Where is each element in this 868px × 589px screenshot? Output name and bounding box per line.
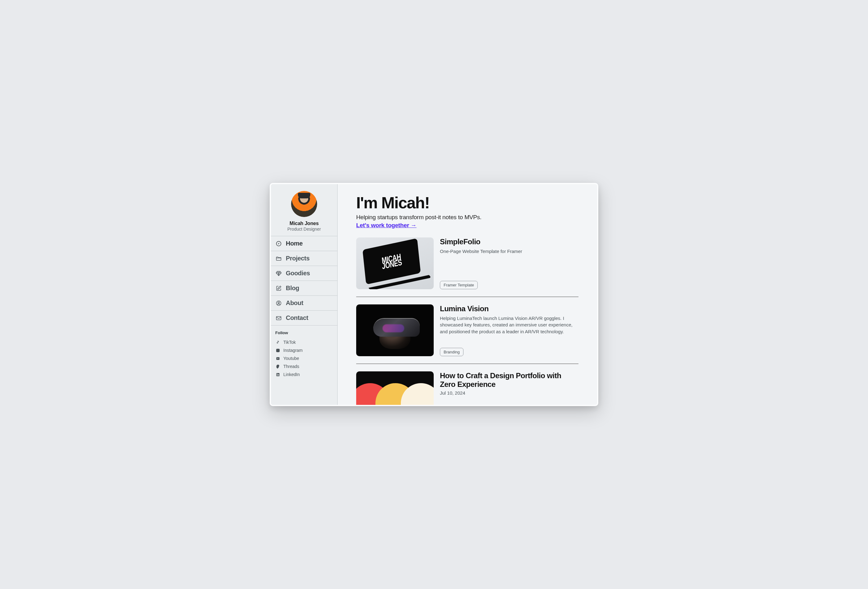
social-threads[interactable]: Threads <box>275 362 333 371</box>
card-thumbnail <box>356 304 434 356</box>
nav-item-about[interactable]: About <box>271 296 337 311</box>
svg-marker-2 <box>278 243 280 244</box>
nav-item-projects[interactable]: Projects <box>271 251 337 266</box>
card-description: One-Page Website Template for Framer <box>440 248 579 255</box>
mail-icon <box>275 314 282 322</box>
nav-label: Blog <box>286 285 299 292</box>
nav-label: About <box>286 300 303 307</box>
app-window: Micah Jones Product Designer Home Projec… <box>270 183 598 406</box>
tiktok-icon <box>275 340 280 345</box>
nav-label: Contact <box>286 314 308 322</box>
social-list: TikTok Instagram Youtube <box>275 338 333 378</box>
svg-rect-10 <box>277 374 278 375</box>
nav-label: Home <box>286 240 303 247</box>
card-description: Helping LuminaTech launch Lumina Vision … <box>440 315 579 335</box>
follow-section: Follow TikTok Instagram <box>271 326 337 385</box>
card-date: Jul 10, 2024 <box>440 390 579 396</box>
divider <box>356 297 579 297</box>
card-portfolio-article[interactable]: How to Craft a Design Portfolio with Zer… <box>356 371 579 405</box>
youtube-icon <box>275 356 280 361</box>
profile-section: Micah Jones Product Designer <box>271 184 337 236</box>
hero-title: I'm Micah! <box>356 195 579 211</box>
social-youtube[interactable]: Youtube <box>275 354 333 362</box>
card-thumbnail: MICAH JONES <box>356 238 434 289</box>
compass-icon <box>275 240 282 247</box>
avatar[interactable] <box>291 191 317 217</box>
social-label: Threads <box>283 364 299 369</box>
social-instagram[interactable]: Instagram <box>275 346 333 354</box>
folder-icon <box>275 255 282 262</box>
card-title: SimpleFolio <box>440 238 579 246</box>
nav-item-home[interactable]: Home <box>271 236 337 251</box>
follow-heading: Follow <box>275 331 333 335</box>
user-icon <box>275 300 282 307</box>
social-tiktok[interactable]: TikTok <box>275 338 333 346</box>
svg-rect-5 <box>276 316 281 320</box>
nav-label: Projects <box>286 255 310 262</box>
hero-subtitle: Helping startups transform post-it notes… <box>356 214 579 221</box>
card-body: How to Craft a Design Portfolio with Zer… <box>440 371 579 405</box>
svg-point-11 <box>277 373 278 374</box>
card-title: How to Craft a Design Portfolio with Zer… <box>440 371 579 388</box>
instagram-icon <box>275 348 280 353</box>
profile-role: Product Designer <box>275 227 334 232</box>
svg-point-4 <box>278 302 280 303</box>
social-label: LinkedIn <box>283 372 300 377</box>
social-label: Youtube <box>283 356 299 361</box>
feed: MICAH JONES SimpleFolio One-Page Website… <box>356 238 579 405</box>
nav-item-goodies[interactable]: Goodies <box>271 266 337 281</box>
social-linkedin[interactable]: LinkedIn <box>275 371 333 378</box>
profile-name: Micah Jones <box>275 221 334 226</box>
card-body: SimpleFolio One-Page Website Template fo… <box>440 238 579 289</box>
diamond-icon <box>275 270 282 277</box>
card-tag: Branding <box>440 348 464 356</box>
card-lumina[interactable]: Lumina Vision Helping LuminaTech launch … <box>356 304 579 364</box>
card-body: Lumina Vision Helping LuminaTech launch … <box>440 304 579 356</box>
svg-point-7 <box>277 350 278 351</box>
nav-item-blog[interactable]: Blog <box>271 281 337 296</box>
primary-nav: Home Projects Goodies Blog <box>271 236 337 326</box>
hero-cta-link[interactable]: Let's work together → <box>356 222 417 229</box>
social-label: TikTok <box>283 340 296 345</box>
sidebar: Micah Jones Product Designer Home Projec… <box>271 184 338 405</box>
card-tag: Framer Template <box>440 281 478 289</box>
card-simplefolio[interactable]: MICAH JONES SimpleFolio One-Page Website… <box>356 238 579 297</box>
card-title: Lumina Vision <box>440 304 579 313</box>
social-label: Instagram <box>283 348 303 353</box>
card-thumbnail <box>356 371 434 405</box>
nav-label: Goodies <box>286 270 310 277</box>
main-content: I'm Micah! Helping startups transform po… <box>338 184 597 405</box>
threads-icon <box>275 364 280 369</box>
edit-icon <box>275 285 282 292</box>
nav-item-contact[interactable]: Contact <box>271 311 337 326</box>
linkedin-icon <box>275 372 280 377</box>
